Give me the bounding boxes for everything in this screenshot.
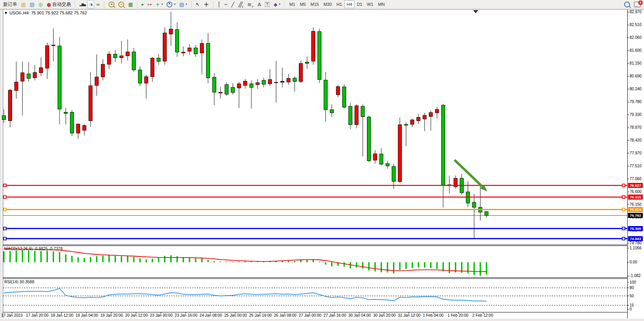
candle-body xyxy=(281,81,284,82)
templates-button[interactable]: ▧▾ xyxy=(177,0,189,9)
candle-body xyxy=(132,52,135,70)
auto-trading-button-icon: ● xyxy=(47,2,51,7)
timeframe-d1-button[interactable]: D1 xyxy=(354,0,365,8)
horizontal-line-tool-icon[interactable]: ─ xyxy=(223,0,230,9)
label-tool-icon[interactable]: T xyxy=(263,0,272,9)
macd-histogram-bar xyxy=(226,262,228,262)
crosshair-tool-icon: + xyxy=(204,2,209,7)
trendline-tool-icon: ╱ xyxy=(232,2,235,7)
dropdown-caret-icon: ▾ xyxy=(161,3,163,6)
macd-histogram-bar xyxy=(146,260,147,262)
candle-body xyxy=(163,33,167,61)
candle-body xyxy=(398,125,402,182)
arrows-tool-icon[interactable]: ◆▾ xyxy=(272,0,283,9)
zoom-in-icon[interactable]: + xyxy=(107,0,116,9)
new-order-button-label: 新订单 xyxy=(3,1,17,8)
tile-windows-icon[interactable]: ▦ xyxy=(126,0,135,9)
search-icon xyxy=(624,2,630,7)
macd-histogram-bar xyxy=(393,262,395,274)
auto-trading-button[interactable]: ●自动交易 xyxy=(45,0,73,9)
charts-stack-icon[interactable]: ▥ xyxy=(19,0,28,9)
macd-histogram-bar xyxy=(480,262,481,275)
candle-body xyxy=(386,163,389,166)
search-icon[interactable] xyxy=(622,0,632,9)
toolbar-separator xyxy=(284,1,285,8)
timeframe-m5-button[interactable]: M5 xyxy=(298,0,308,8)
chart-shift-icon[interactable]: ↦ xyxy=(146,0,154,9)
candle-body xyxy=(52,45,55,46)
candle-body xyxy=(138,70,142,83)
line-handle[interactable] xyxy=(4,184,6,187)
macd-histogram-bar xyxy=(244,261,246,262)
dropdown-caret-icon: ▾ xyxy=(174,3,175,6)
line-chart-type-icon[interactable]: ≈ xyxy=(94,0,102,9)
timeframe-h4-button[interactable]: H4 xyxy=(344,0,354,8)
arrow-annotation-shaft[interactable] xyxy=(454,160,483,187)
candle-body xyxy=(374,154,377,160)
cursor-tool-icon[interactable]: ↖ xyxy=(194,0,202,9)
candle-body xyxy=(268,79,272,84)
candle-body xyxy=(231,88,235,93)
notifications-icon[interactable]: 1 xyxy=(632,0,643,9)
macd-histogram-bar xyxy=(362,262,363,268)
line-handle[interactable] xyxy=(4,196,6,198)
timeframe-h1-button[interactable]: H1 xyxy=(334,0,344,8)
macd-histogram-bar xyxy=(164,256,166,262)
macd-histogram-bar xyxy=(418,262,419,267)
auto-scroll-icon[interactable]: ▶ xyxy=(140,0,146,9)
candle-body xyxy=(107,54,111,64)
timeframe-mn-button[interactable]: MN xyxy=(376,0,387,8)
macd-histogram-bar xyxy=(412,262,413,268)
timeframe-m15-button[interactable]: M15 xyxy=(308,0,321,8)
macd-histogram-bar xyxy=(127,256,128,262)
candle-body xyxy=(237,84,241,88)
line-handle[interactable] xyxy=(622,237,625,240)
timeframe-w1-button[interactable]: W1 xyxy=(365,0,376,8)
candle-body xyxy=(312,31,315,61)
candle-body xyxy=(244,81,247,86)
candle-body xyxy=(411,120,414,125)
macd-histogram-bar xyxy=(133,257,135,262)
candle-body xyxy=(256,82,259,84)
macd-histogram-bar xyxy=(139,258,141,262)
candle-body xyxy=(361,106,365,117)
vertical-line-tool-icon[interactable]: │ xyxy=(216,0,223,9)
chart-canvas[interactable]: ▼ USOil-,H4 75.901 75.922 75.682 75.762 … xyxy=(0,0,644,321)
line-handle[interactable] xyxy=(4,227,6,230)
timeframe-m30-button[interactable]: M30 xyxy=(321,0,334,8)
dropdown-caret-icon: ▾ xyxy=(279,3,281,6)
periods-button[interactable]: ▾ xyxy=(165,0,177,9)
macd-histogram-bar xyxy=(232,262,234,262)
candle-body xyxy=(200,44,204,53)
new-order-button[interactable]: 新订单 xyxy=(1,0,19,9)
crosshair-tool-icon[interactable]: + xyxy=(202,0,211,9)
macd-histogram-bar xyxy=(306,260,308,262)
indicators-button[interactable]: +▾ xyxy=(154,0,165,9)
line-handle[interactable] xyxy=(622,196,625,198)
market-watch-icon[interactable]: ▤ xyxy=(28,0,36,9)
line-handle[interactable] xyxy=(622,208,625,211)
candle-body xyxy=(293,78,297,82)
line-handle[interactable] xyxy=(4,208,6,211)
bar-chart-type-icon[interactable]: ▂▆▄ xyxy=(77,0,87,9)
candle-body xyxy=(355,106,358,125)
line-handle[interactable] xyxy=(622,184,625,187)
zoom-out-icon[interactable]: − xyxy=(116,0,126,9)
candle-body xyxy=(114,54,117,58)
macd-histogram-bar xyxy=(405,262,407,269)
signals-icon[interactable]: ◎ xyxy=(37,0,45,9)
line-handle[interactable] xyxy=(622,227,625,230)
toolbar-separator xyxy=(104,1,105,8)
candle-body xyxy=(157,58,160,61)
candle-body xyxy=(33,72,37,78)
timeframe-m1-button[interactable]: M1 xyxy=(287,0,297,8)
channel-tool-icon[interactable]: ╱╱E xyxy=(236,0,245,9)
candlestick-type-icon[interactable]: ▯▮ xyxy=(88,0,94,9)
fibonacci-tool-icon[interactable]: ≡F xyxy=(246,0,256,9)
text-tool-icon[interactable]: A xyxy=(256,0,263,9)
candle-body xyxy=(194,48,197,54)
macd-histogram-bar xyxy=(350,262,351,268)
line-handle[interactable] xyxy=(4,237,6,240)
trendline-tool-icon[interactable]: ╱ xyxy=(230,0,237,9)
indicators-button-icon: + xyxy=(156,2,160,7)
